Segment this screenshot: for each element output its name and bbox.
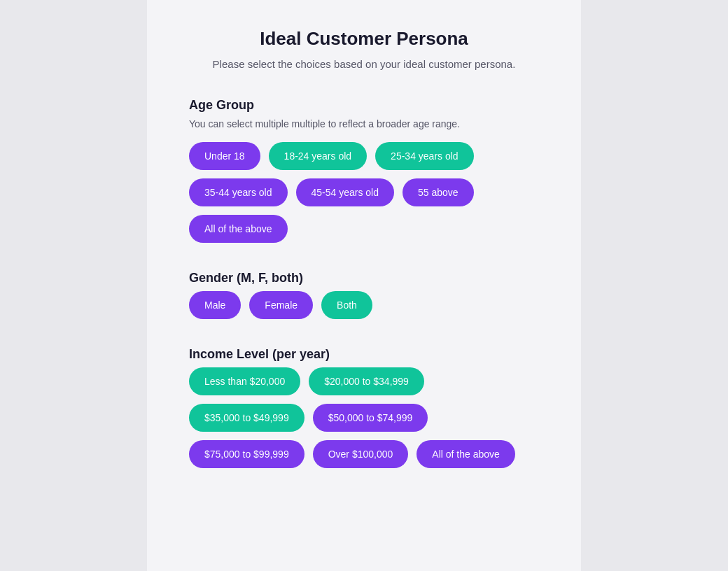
section-title-age-group: Age Group: [189, 98, 539, 113]
chip-25-34[interactable]: 25-34 years old: [375, 142, 474, 170]
sections-root: Age GroupYou can select multiple multipl…: [189, 98, 539, 468]
section-title-income-level: Income Level (per year): [189, 347, 539, 362]
section-income-level: Income Level (per year)Less than $20,000…: [189, 347, 539, 468]
section-title-gender: Gender (M, F, both): [189, 271, 539, 286]
page-container: Ideal Customer Persona Please select the…: [147, 0, 581, 571]
chip-age-all[interactable]: All of the above: [189, 215, 288, 243]
chip-both[interactable]: Both: [321, 291, 372, 319]
chip-55-above[interactable]: 55 above: [402, 178, 474, 206]
page-subtitle: Please select the choices based on your …: [189, 58, 539, 70]
chip-75k-99k[interactable]: $75,000 to $99,999: [189, 440, 304, 468]
chip-35k-49k[interactable]: $35,000 to $49,999: [189, 404, 304, 432]
chip-under-18[interactable]: Under 18: [189, 142, 260, 170]
chip-less-20k[interactable]: Less than $20,000: [189, 367, 300, 395]
chip-over-100k[interactable]: Over $100,000: [313, 440, 409, 468]
chips-container-gender: MaleFemaleBoth: [189, 291, 539, 319]
chip-50k-74k[interactable]: $50,000 to $74,999: [313, 404, 428, 432]
chip-income-all[interactable]: All of the above: [416, 440, 515, 468]
chips-container-age-group: Under 1818-24 years old25-34 years old35…: [189, 142, 539, 243]
chip-35-44[interactable]: 35-44 years old: [189, 178, 288, 206]
chip-20k-34k[interactable]: $20,000 to $34,999: [309, 367, 424, 395]
chip-18-24[interactable]: 18-24 years old: [269, 142, 368, 170]
section-age-group: Age GroupYou can select multiple multipl…: [189, 98, 539, 243]
chip-male[interactable]: Male: [189, 291, 241, 319]
section-gender: Gender (M, F, both)MaleFemaleBoth: [189, 271, 539, 319]
chip-female[interactable]: Female: [249, 291, 313, 319]
chip-45-54[interactable]: 45-54 years old: [296, 178, 395, 206]
section-subtitle-age-group: You can select multiple multiple to refl…: [189, 118, 539, 129]
chips-container-income-level: Less than $20,000$20,000 to $34,999$35,0…: [189, 367, 539, 468]
page-title: Ideal Customer Persona: [189, 28, 539, 50]
